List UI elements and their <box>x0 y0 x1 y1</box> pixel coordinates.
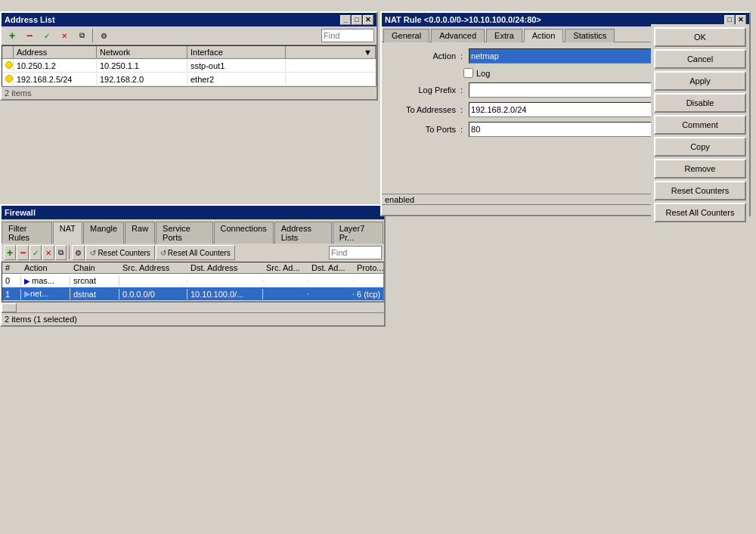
tab-filter-rules[interactable]: Filter Rules <box>2 222 52 244</box>
cell-dstaddr: 10.10.100.0/... <box>187 289 263 300</box>
row-extra <box>286 65 376 67</box>
cell-chain: srcnat <box>70 275 119 286</box>
row-network: 192.168.2.0 <box>97 74 187 85</box>
fw-copy-button[interactable]: ⧉ <box>55 245 67 260</box>
ok-button[interactable]: OK <box>654 27 746 47</box>
tab-connections[interactable]: Connections <box>214 222 274 244</box>
cell-num: 0 <box>2 275 21 286</box>
tab-extra[interactable]: Extra <box>486 29 522 42</box>
copy-button[interactable]: Copy <box>654 137 746 157</box>
fw-status-bar: 2 items (1 selected) <box>2 312 384 325</box>
scroll-thumb[interactable] <box>2 303 17 312</box>
tab-raw[interactable]: Raw <box>125 222 155 244</box>
firewall-title: Firewall <box>5 208 36 217</box>
disable-button[interactable]: ✕ <box>56 28 73 43</box>
col-address[interactable]: Address <box>14 46 97 58</box>
fw-status-label: 2 items (1 selected) <box>5 315 77 324</box>
log-prefix-label: Log Prefix <box>388 85 456 95</box>
minimize-button[interactable]: _ <box>340 15 351 25</box>
cell-proto: 6 (tcp) <box>354 289 384 300</box>
col-dstaddr[interactable]: Dst. Address <box>187 262 263 273</box>
tab-nat[interactable]: NAT <box>53 222 82 244</box>
apply-button[interactable]: Apply <box>654 71 746 91</box>
tab-general[interactable]: General <box>383 29 429 42</box>
col-proto[interactable]: Proto... <box>354 262 384 273</box>
nat-rule-window: NAT Rule <0.0.0.0/0->10.10.100.0/24:80> … <box>380 11 751 216</box>
fw-add-button[interactable]: + <box>4 245 16 260</box>
col-flag <box>2 46 14 58</box>
find-input[interactable] <box>321 29 374 42</box>
address-list-title: Address List <box>5 15 55 24</box>
fw-disable-button[interactable]: ✕ <box>42 245 54 260</box>
table-row[interactable]: 10.250.1.2 10.250.1.1 sstp-out1 <box>2 59 376 73</box>
tab-statistics[interactable]: Statistics <box>565 29 615 42</box>
col-action[interactable]: Action <box>21 262 70 273</box>
firewall-titlebar: Firewall <box>2 206 384 219</box>
tab-advanced[interactable]: Advanced <box>431 29 485 42</box>
reset-counters-label: Reset Counters <box>98 249 150 257</box>
fw-find-input[interactable] <box>329 246 382 259</box>
reset-all-counters-button[interactable]: Reset All Counters <box>654 203 746 222</box>
col-chain[interactable]: Chain <box>70 262 119 273</box>
comment-button[interactable]: Comment <box>654 115 746 135</box>
col-srcad2[interactable]: Src. Ad... <box>263 262 308 273</box>
tab-address-lists[interactable]: Address Lists <box>274 222 332 244</box>
table-row[interactable]: 192.168.2.5/24 192.168.2.0 ether2 <box>2 73 376 86</box>
fw-filter-button[interactable]: ⚙ <box>72 245 85 260</box>
firewall-window: Firewall Filter Rules NAT Mangle Raw Ser… <box>0 204 386 327</box>
row-interface: sstp-out1 <box>187 61 286 71</box>
disable-button[interactable]: Disable <box>654 93 746 113</box>
fw-reset-counters-button[interactable]: ↺ Reset Counters <box>85 245 154 260</box>
log-label: Log <box>476 69 490 78</box>
col-interface[interactable]: Interface <box>187 46 286 58</box>
cell-action: ▶net... <box>21 288 70 300</box>
copy-label: Copy <box>690 142 710 151</box>
comment-label: Comment <box>682 120 718 129</box>
fw-enable-button[interactable]: ✓ <box>29 245 42 260</box>
fw-find <box>329 246 382 259</box>
enable-button[interactable]: ✓ <box>39 28 55 43</box>
reset-counters-label: Reset Counters <box>671 186 729 195</box>
to-addresses-label: To Addresses <box>388 105 456 114</box>
maximize-button[interactable]: □ <box>352 15 362 25</box>
row-address: 10.250.1.2 <box>14 61 97 71</box>
nat-title: NAT Rule <0.0.0.0/0->10.10.100.0/24:80> <box>385 15 541 24</box>
apply-label: Apply <box>689 76 711 85</box>
remove-button[interactable]: − <box>21 28 38 43</box>
reset-all-counters-label: Reset All Counters <box>168 249 231 257</box>
fw-remove-button[interactable]: − <box>17 245 29 260</box>
col-network[interactable]: Network <box>97 46 187 58</box>
cell-dstad2 <box>308 293 354 295</box>
fw-table-row[interactable]: 1 ▶net... dstnat 0.0.0.0/0 10.10.100.0/.… <box>2 287 383 301</box>
row-interface: ether2 <box>187 74 286 85</box>
close-button[interactable]: ✕ <box>363 15 373 25</box>
tab-layer7[interactable]: Layer7 Pr... <box>333 222 383 244</box>
nat-close-button[interactable]: ✕ <box>736 15 746 25</box>
nat-restore-button[interactable]: □ <box>724 15 735 25</box>
cell-srcaddr: 0.0.0.0/0 <box>119 289 187 300</box>
tab-mangle[interactable]: Mangle <box>83 222 124 244</box>
tab-action[interactable]: Action <box>524 29 564 42</box>
filter-button[interactable]: ⚙ <box>95 28 112 43</box>
tab-service-ports[interactable]: Service Ports <box>156 222 212 244</box>
horizontal-scrollbar[interactable] <box>2 302 384 312</box>
reset-counters-button[interactable]: Reset Counters <box>654 181 746 200</box>
table-header: Address Network Interface ▼ <box>2 46 376 59</box>
cancel-button[interactable]: Cancel <box>654 49 746 69</box>
col-num: # <box>2 262 21 273</box>
col-srcaddr[interactable]: Src. Address <box>119 262 187 273</box>
col-dstad2[interactable]: Dst. Ad... <box>308 262 354 273</box>
nat-status: enabled <box>385 195 414 204</box>
fw-table: # Action Chain Src. Address Dst. Address… <box>2 262 384 302</box>
nat-titlebar-buttons: □ ✕ <box>724 15 746 25</box>
fw-table-row[interactable]: 0 ▶mas... srcnat <box>2 274 383 287</box>
right-buttons-panel: OK Cancel Apply Disable Comment Copy Rem… <box>651 24 749 225</box>
copy-button[interactable]: ⧉ <box>73 28 90 43</box>
add-button[interactable]: + <box>4 28 20 43</box>
remove-button[interactable]: Remove <box>654 159 746 179</box>
fw-toolbar: + − ✓ ✕ ⧉ ⚙ ↺ Reset Counters ↺ Reset All… <box>2 244 384 262</box>
cancel-label: Cancel <box>687 54 713 64</box>
cell-dstad2 <box>308 280 354 281</box>
log-checkbox[interactable] <box>463 68 473 78</box>
fw-reset-all-counters-button[interactable]: ↺ Reset All Counters <box>156 245 235 260</box>
